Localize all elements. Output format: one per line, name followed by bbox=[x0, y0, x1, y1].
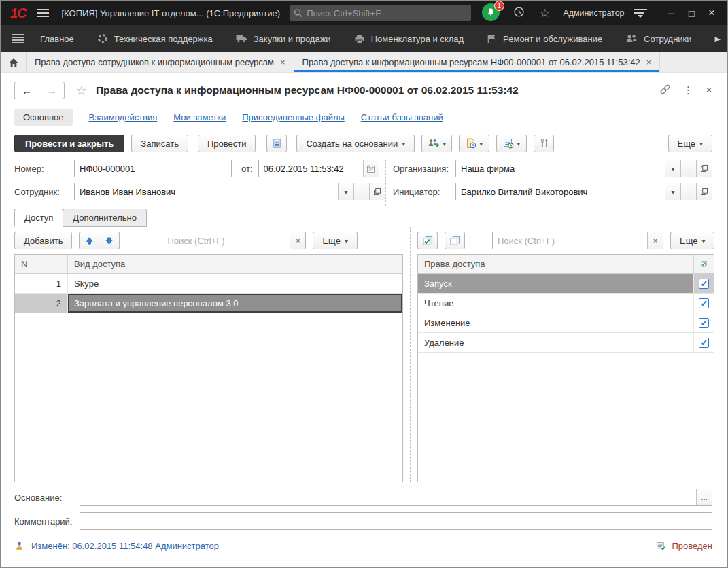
initiator-choose-button[interactable]: ... bbox=[680, 183, 696, 200]
column-access-type[interactable]: Вид доступа bbox=[68, 255, 402, 273]
right-row[interactable]: Чтение ✓ bbox=[418, 294, 714, 313]
post-button[interactable]: Провести bbox=[198, 135, 256, 152]
nav-attached-files[interactable]: Присоединенные файлы bbox=[242, 112, 345, 122]
organization-input[interactable] bbox=[456, 160, 665, 177]
more-menu-button[interactable]: ⋮ bbox=[683, 84, 693, 96]
close-form-button[interactable]: × bbox=[706, 84, 712, 97]
get-link-button[interactable] bbox=[659, 84, 671, 97]
more-sections-button[interactable]: ▶ bbox=[715, 35, 721, 43]
forward-button[interactable]: → bbox=[39, 82, 64, 99]
rights-more-button[interactable]: Еще ▾ bbox=[670, 232, 714, 249]
menu-item-main[interactable]: Главное bbox=[40, 34, 74, 44]
nav-my-notes[interactable]: Мои заметки bbox=[173, 112, 226, 122]
nav-interactions[interactable]: Взаимодействия bbox=[89, 112, 158, 122]
detail-tabs: Доступ Дополнительно bbox=[14, 209, 712, 227]
global-search[interactable] bbox=[290, 5, 471, 21]
service-tools-button[interactable] bbox=[534, 135, 554, 152]
organization-dropdown-button[interactable]: ▾ bbox=[665, 160, 680, 177]
right-name[interactable]: Запуск bbox=[418, 274, 693, 293]
menu-item-purchases[interactable]: Закупки и продажи bbox=[236, 34, 331, 44]
main-menu-icon[interactable] bbox=[37, 9, 50, 17]
close-tab-icon[interactable]: × bbox=[646, 57, 652, 67]
column-rights[interactable]: Права доступа bbox=[418, 255, 693, 273]
basis-input[interactable] bbox=[80, 489, 696, 505]
delete-checkbox[interactable]: ✓ bbox=[699, 338, 709, 348]
right-row[interactable]: Изменение ✓ bbox=[418, 313, 714, 333]
read-checkbox[interactable]: ✓ bbox=[699, 298, 709, 308]
initiator-open-button[interactable] bbox=[696, 183, 712, 200]
clear-search-button[interactable]: × bbox=[290, 232, 305, 249]
menu-item-repair[interactable]: Ремонт и обслуживание bbox=[487, 34, 602, 44]
initiator-dropdown-button[interactable]: ▾ bbox=[665, 183, 680, 200]
organization-choose-button[interactable]: ... bbox=[680, 160, 696, 177]
service-menu-icon[interactable] bbox=[634, 9, 648, 18]
save-button[interactable]: Записать bbox=[131, 135, 188, 152]
create-task-button[interactable]: ▾ bbox=[459, 135, 489, 152]
tab-additional[interactable]: Дополнительно bbox=[63, 209, 147, 227]
favorites-button[interactable]: ☆ bbox=[536, 6, 554, 20]
minimize-button[interactable]: ─ bbox=[661, 4, 681, 22]
column-n[interactable]: N bbox=[15, 255, 68, 273]
home-button[interactable] bbox=[1, 52, 27, 72]
right-name[interactable]: Удаление bbox=[418, 333, 693, 352]
modify-checkbox[interactable]: ✓ bbox=[699, 318, 709, 328]
current-user[interactable]: Администратор bbox=[563, 8, 624, 18]
column-check-all[interactable] bbox=[693, 255, 714, 273]
number-input[interactable] bbox=[75, 160, 231, 177]
calendar-button[interactable] bbox=[363, 160, 379, 177]
menu-item-employees[interactable]: Сотрудники bbox=[625, 34, 691, 44]
organization-open-button[interactable] bbox=[696, 160, 712, 177]
form-more-button[interactable]: Еще ▾ bbox=[668, 135, 712, 152]
close-window-button[interactable]: × bbox=[701, 4, 722, 22]
maximize-button[interactable]: □ bbox=[681, 4, 701, 22]
access-more-button[interactable]: Еще ▾ bbox=[313, 232, 357, 249]
close-tab-icon[interactable]: × bbox=[280, 57, 285, 67]
rights-search-input[interactable] bbox=[493, 232, 647, 249]
tab-access[interactable]: Доступ bbox=[14, 209, 63, 227]
back-button[interactable]: ← bbox=[15, 82, 39, 99]
create-user-task-button[interactable]: ▾ bbox=[421, 135, 452, 152]
create-based-on-button[interactable]: Создать на основании ▾ bbox=[296, 135, 415, 152]
add-favorite-star-icon[interactable]: ☆ bbox=[75, 82, 88, 99]
history-button[interactable] bbox=[510, 6, 528, 20]
nav-main[interactable]: Основное bbox=[14, 109, 73, 126]
table-row-selected[interactable]: 2 Зарплата и управление персоналом 3.0 bbox=[15, 294, 402, 313]
sections-list-icon[interactable] bbox=[12, 34, 24, 43]
right-row[interactable]: Удаление ✓ bbox=[418, 333, 714, 353]
nav-knowledge-base[interactable]: Статьи базы знаний bbox=[361, 112, 443, 122]
launch-checkbox[interactable]: ✓ bbox=[699, 279, 709, 289]
move-up-button[interactable] bbox=[79, 232, 99, 249]
tab-access-rights-list[interactable]: Права доступа сотрудников к информационн… bbox=[27, 52, 294, 72]
table-row[interactable]: 1 Skype bbox=[15, 274, 402, 294]
modified-history-link[interactable]: Изменён: 06.02.2015 11:54:48 Администрат… bbox=[31, 541, 219, 551]
notifications-button[interactable]: 1 bbox=[482, 3, 501, 22]
basis-choose-button[interactable]: ... bbox=[696, 489, 712, 505]
employee-input[interactable] bbox=[75, 183, 338, 200]
date-input[interactable] bbox=[259, 160, 363, 177]
uncheck-all-button[interactable] bbox=[445, 232, 465, 249]
check-all-button[interactable] bbox=[417, 232, 438, 249]
access-search-input[interactable] bbox=[162, 232, 290, 249]
employee-dropdown-button[interactable]: ▾ bbox=[338, 183, 353, 200]
comment-input[interactable] bbox=[80, 513, 712, 529]
access-type-cell[interactable]: Skype bbox=[68, 274, 402, 293]
clear-search-button[interactable]: × bbox=[647, 232, 663, 249]
chevron-down-icon: ▾ bbox=[479, 140, 483, 147]
right-name[interactable]: Чтение bbox=[418, 294, 693, 313]
tab-access-rights-document[interactable]: Права доступа к информационным ресурсам … bbox=[294, 52, 661, 72]
post-and-close-button[interactable]: Провести и закрыть bbox=[14, 135, 124, 152]
document-structure-button[interactable] bbox=[266, 135, 287, 152]
move-down-button[interactable] bbox=[99, 232, 120, 249]
employee-choose-button[interactable]: ... bbox=[353, 183, 369, 200]
global-search-input[interactable] bbox=[307, 8, 467, 18]
right-name[interactable]: Изменение bbox=[418, 313, 693, 332]
create-event-button[interactable]: ▾ bbox=[496, 135, 527, 152]
menu-item-support[interactable]: Техническая поддержка bbox=[97, 33, 213, 44]
initiator-input[interactable] bbox=[456, 183, 665, 200]
add-button[interactable]: Добавить bbox=[14, 232, 72, 249]
right-row-selected[interactable]: Запуск ✓ bbox=[418, 274, 714, 294]
access-type-cell[interactable]: Зарплата и управление персоналом 3.0 bbox=[68, 294, 402, 313]
employee-open-button[interactable] bbox=[369, 183, 385, 200]
panel-splitter[interactable] bbox=[403, 227, 411, 482]
menu-item-stock[interactable]: Номенклатура и склад bbox=[354, 34, 464, 44]
